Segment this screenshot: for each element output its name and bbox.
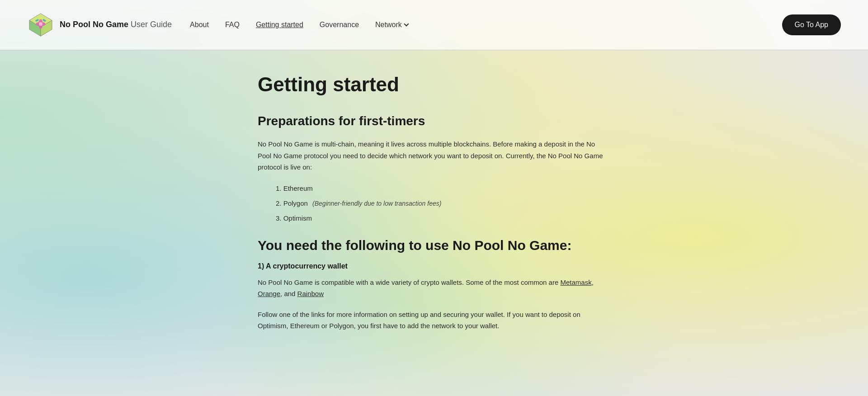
section2-title: You need the following to use No Pool No… [258, 238, 610, 253]
wallet-paragraph: No Pool No Game is compatible with a wid… [258, 277, 610, 300]
wallet-and: and [284, 290, 297, 297]
svg-point-7 [36, 23, 39, 26]
orange-link[interactable]: Orange [258, 290, 280, 297]
list-note: (Beginner-friendly due to low transactio… [312, 200, 441, 207]
list-item: 1. Ethereum [276, 182, 610, 194]
rainbow-link[interactable]: Rainbow [297, 290, 324, 297]
go-to-app-button[interactable]: Go To App [782, 14, 841, 35]
svg-point-9 [39, 22, 42, 26]
network-list: 1. Ethereum 2. Polygon (Beginner-friendl… [258, 182, 610, 224]
svg-point-6 [39, 26, 42, 29]
nav-links: About FAQ Getting started Governance Net… [190, 21, 782, 29]
nav-about[interactable]: About [190, 21, 209, 29]
wallet-text: No Pool No Game is compatible with a wid… [258, 278, 558, 286]
logo-text: No Pool No Game User Guide [60, 20, 172, 30]
svg-point-5 [39, 19, 42, 23]
list-number: 1. [276, 184, 283, 192]
nav-getting-started[interactable]: Getting started [256, 21, 303, 29]
navbar: No Pool No Game User Guide About FAQ Get… [0, 0, 868, 50]
subsection1-title: 1) A cryptocurrency wallet [258, 262, 610, 270]
logo-icon [27, 11, 54, 38]
navbar-divider [0, 50, 868, 50]
svg-point-8 [42, 23, 46, 26]
chevron-down-icon [404, 21, 409, 26]
nav-network-label: Network [375, 21, 402, 29]
logo-link[interactable]: No Pool No Game User Guide [27, 11, 172, 38]
list-label: Optimism [283, 214, 312, 222]
nav-governance[interactable]: Governance [320, 21, 359, 29]
metamask-link[interactable]: Metamask [560, 278, 591, 286]
nav-faq[interactable]: FAQ [225, 21, 240, 29]
list-item: 3. Optimism [276, 212, 610, 224]
list-label: Ethereum [283, 184, 313, 192]
page-title: Getting started [258, 73, 610, 97]
section1-title: Preparations for first-timers [258, 113, 610, 129]
list-item: 2. Polygon (Beginner-friendly due to low… [276, 197, 610, 209]
list-number: 3. [276, 214, 283, 222]
list-number: 2. [276, 199, 283, 207]
nav-network-dropdown[interactable]: Network [375, 21, 409, 29]
main-content: Getting started Preparations for first-t… [231, 50, 637, 368]
wallet-followup-paragraph: Follow one of the links for more informa… [258, 309, 610, 332]
intro-paragraph: No Pool No Game is multi-chain, meaning … [258, 138, 610, 173]
list-label: Polygon [283, 199, 308, 207]
